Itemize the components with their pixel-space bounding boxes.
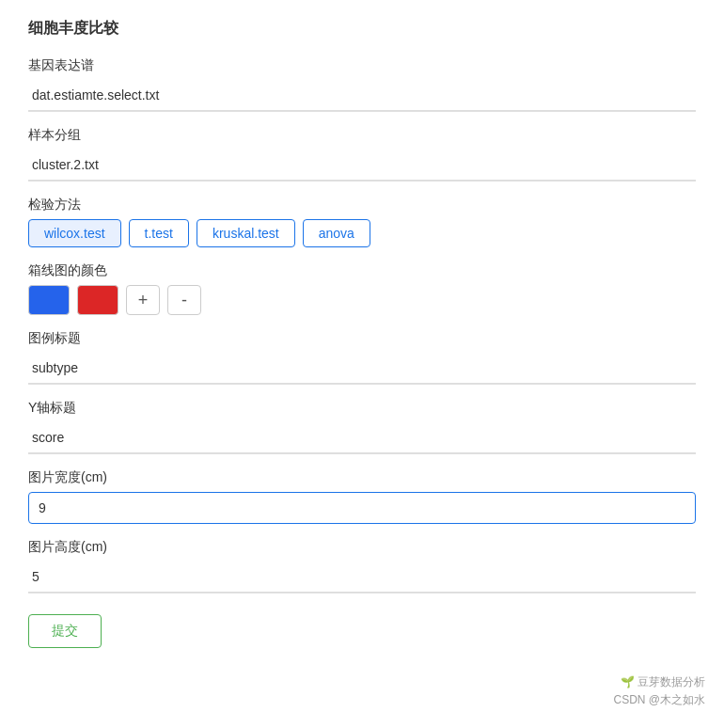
watermark-line2: CSDN @木之如水 [613, 691, 705, 709]
page-title: 细胞丰度比较 [28, 19, 696, 39]
method-wilcox-button[interactable]: wilcox.test [28, 219, 121, 247]
watermark-line1: 🌱 豆芽数据分析 [613, 673, 705, 691]
y-axis-title-input[interactable] [28, 422, 696, 453]
y-axis-title-group: Y轴标题 [28, 400, 696, 454]
color-swatch-blue[interactable] [28, 285, 70, 315]
method-buttons-container: wilcox.test t.test kruskal.test anova [28, 219, 696, 247]
color-row: + - [28, 285, 696, 315]
sample-group-label: 样本分组 [28, 127, 696, 144]
add-color-button[interactable]: + [126, 285, 160, 315]
image-width-group: 图片宽度(cm) [28, 469, 696, 524]
submit-button[interactable]: 提交 [28, 614, 102, 648]
image-width-input[interactable] [28, 492, 696, 524]
image-height-label: 图片高度(cm) [28, 539, 696, 556]
box-color-label: 箱线图的颜色 [28, 262, 696, 279]
gene-expression-input[interactable] [28, 80, 696, 111]
method-anova-button[interactable]: anova [303, 219, 370, 247]
image-height-input[interactable] [28, 562, 696, 593]
gene-expression-group: 基因表达谱 [28, 57, 696, 112]
legend-title-group: 图例标题 [28, 330, 696, 385]
test-method-group: 检验方法 wilcox.test t.test kruskal.test ano… [28, 197, 696, 247]
method-kruskal-button[interactable]: kruskal.test [197, 219, 295, 247]
image-width-label: 图片宽度(cm) [28, 469, 696, 486]
color-swatch-red[interactable] [77, 285, 118, 315]
legend-title-label: 图例标题 [28, 330, 696, 347]
remove-color-button[interactable]: - [167, 285, 201, 315]
gene-expression-label: 基因表达谱 [28, 57, 696, 74]
sample-group-group: 样本分组 [28, 127, 696, 182]
y-axis-title-label: Y轴标题 [28, 400, 696, 417]
sample-group-input[interactable] [28, 150, 696, 181]
image-height-group: 图片高度(cm) [28, 539, 696, 593]
legend-title-input[interactable] [28, 353, 696, 384]
method-ttest-button[interactable]: t.test [129, 219, 189, 247]
box-color-group: 箱线图的颜色 + - [28, 262, 696, 315]
watermark: 🌱 豆芽数据分析 CSDN @木之如水 [613, 673, 705, 709]
test-method-label: 检验方法 [28, 197, 696, 214]
